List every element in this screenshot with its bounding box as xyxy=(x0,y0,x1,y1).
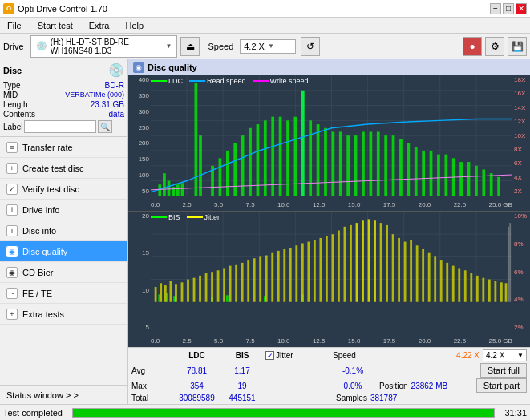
disc-length-label: Length xyxy=(3,100,28,109)
svg-rect-26 xyxy=(219,158,222,196)
app-title: Opti Drive Control 1.70 xyxy=(18,4,107,14)
chart1-legend: LDC Read speed Write speed xyxy=(151,77,308,85)
svg-rect-127 xyxy=(410,240,412,302)
svg-rect-136 xyxy=(464,270,467,301)
disc-quality-title: Disc quality xyxy=(148,63,197,72)
toolbar: Drive 💿 (H:) HL-DT-ST BD-RE WH16NS48 1.D… xyxy=(0,34,530,59)
disc-label-row: Label 🔍 xyxy=(3,120,124,133)
nav-verify-test-disc[interactable]: ✓ Verify test disc xyxy=(0,179,127,200)
svg-rect-104 xyxy=(271,253,273,302)
jitter-checkbox[interactable]: ✓ xyxy=(265,351,274,360)
speed-dropdown[interactable]: 4.2 X ▼ xyxy=(483,349,527,361)
status-time: 31:31 xyxy=(504,408,527,418)
maximize-button[interactable]: □ xyxy=(503,3,514,14)
nav-cd-bier[interactable]: ◉ CD Bier xyxy=(0,262,127,283)
disc-icon: 💿 xyxy=(108,63,124,78)
stats-max-ldc: 354 xyxy=(175,382,219,390)
minimize-button[interactable]: − xyxy=(490,3,501,14)
legend-bis: BIS xyxy=(151,213,180,221)
svg-rect-145 xyxy=(509,223,511,302)
fe-te-icon: ~ xyxy=(6,288,18,299)
disc-length-value: 23.31 GB xyxy=(91,100,124,109)
stats-total-ldc: 30089589 xyxy=(175,394,219,402)
start-part-button[interactable]: Start part xyxy=(476,378,527,393)
disc-label-btn[interactable]: 🔍 xyxy=(98,120,112,133)
nav-create-test-disc[interactable]: + Create test disc xyxy=(0,158,127,179)
nav-disc-quality[interactable]: ◉ Disc quality xyxy=(0,241,127,262)
svg-rect-139 xyxy=(482,278,484,302)
toolbar-btn-3[interactable]: 💾 xyxy=(508,37,527,56)
extra-tests-icon: + xyxy=(6,309,18,320)
verify-test-disc-icon: ✓ xyxy=(6,184,18,195)
status-window[interactable]: Status window > > xyxy=(0,385,127,404)
svg-rect-143 xyxy=(505,283,508,301)
svg-rect-38 xyxy=(309,120,312,196)
status-window-label: Status window > > xyxy=(6,390,79,400)
refresh-button[interactable]: ↺ xyxy=(301,37,320,56)
toolbar-btn-2[interactable]: ⚙ xyxy=(485,37,504,56)
svg-rect-126 xyxy=(404,242,407,302)
speed-select[interactable]: 4.2 X ▼ xyxy=(240,39,296,54)
sidebar: Disc 💿 Type BD-R MID VERBATIMe (000) Len… xyxy=(0,59,128,404)
disc-label-input[interactable] xyxy=(24,120,96,133)
svg-rect-98 xyxy=(235,265,237,302)
svg-rect-41 xyxy=(332,131,335,196)
toolbar-btn-1[interactable]: ● xyxy=(463,37,482,56)
svg-rect-125 xyxy=(398,238,400,302)
svg-rect-39 xyxy=(317,124,320,196)
disc-contents-label: Contents xyxy=(3,110,35,119)
svg-rect-81 xyxy=(226,295,229,301)
svg-rect-122 xyxy=(380,223,382,302)
drive-name: (H:) HL-DT-ST BD-RE WH16NS48 1.D3 xyxy=(51,38,163,55)
close-button[interactable]: ✕ xyxy=(516,3,527,14)
nav-transfer-rate[interactable]: ≡ Transfer rate xyxy=(0,137,127,158)
nav-extra-tests[interactable]: + Extra tests xyxy=(0,304,127,325)
svg-rect-140 xyxy=(488,280,491,302)
jitter-check-group: ✓ Jitter xyxy=(265,351,330,360)
eject-button[interactable]: ⏏ xyxy=(180,37,200,56)
chart2-legend: BIS Jitter xyxy=(151,213,220,221)
disc-quality-header-icon: ◉ xyxy=(133,62,144,73)
legend-read-label: Read speed xyxy=(207,77,246,85)
svg-rect-105 xyxy=(277,251,280,302)
svg-rect-144 xyxy=(508,227,509,302)
svg-rect-49 xyxy=(392,135,395,196)
svg-rect-133 xyxy=(446,263,448,302)
drive-icon: 💿 xyxy=(36,41,47,51)
disc-info-icon: i xyxy=(6,225,18,236)
legend-read-color xyxy=(189,80,205,82)
disc-contents-row: Contents data xyxy=(3,110,124,119)
svg-rect-29 xyxy=(241,135,245,196)
svg-rect-43 xyxy=(346,135,350,196)
nav-disc-info[interactable]: i Disc info xyxy=(0,220,127,241)
svg-rect-27 xyxy=(226,151,229,196)
status-text: Test completed xyxy=(3,408,63,418)
svg-rect-109 xyxy=(301,243,304,301)
disc-contents-value: data xyxy=(109,110,124,119)
start-full-button[interactable]: Start full xyxy=(480,363,527,378)
svg-rect-61 xyxy=(482,169,485,196)
title-bar: O Opti Drive Control 1.70 − □ ✕ xyxy=(0,0,530,18)
chart-ldc: LDC Read speed Write speed 400 350 300 xyxy=(128,75,530,212)
speed-dropdown-arrow: ▼ xyxy=(517,352,524,359)
drive-dropdown-arrow: ▼ xyxy=(166,42,172,50)
svg-rect-114 xyxy=(332,234,334,302)
nav-drive-info[interactable]: i Drive info xyxy=(0,200,127,220)
svg-rect-62 xyxy=(490,173,493,196)
svg-rect-103 xyxy=(265,255,268,301)
nav-fe-te[interactable]: ~ FE / TE xyxy=(0,283,127,304)
menu-start-test[interactable]: Start test xyxy=(34,20,77,31)
svg-rect-107 xyxy=(289,248,292,302)
svg-rect-108 xyxy=(295,245,297,301)
svg-rect-56 xyxy=(444,155,447,196)
menu-extra[interactable]: Extra xyxy=(85,20,114,31)
drive-selector[interactable]: 💿 (H:) HL-DT-ST BD-RE WH16NS48 1.D3 ▼ xyxy=(30,35,178,58)
menu-help[interactable]: Help xyxy=(121,20,148,31)
svg-rect-54 xyxy=(430,151,433,196)
stats-avg-jitter: -0.1% xyxy=(333,366,373,375)
menu-file[interactable]: File xyxy=(3,20,26,31)
svg-rect-134 xyxy=(452,266,455,302)
svg-rect-19 xyxy=(168,181,171,196)
svg-rect-119 xyxy=(362,220,364,301)
svg-rect-20 xyxy=(172,187,175,196)
